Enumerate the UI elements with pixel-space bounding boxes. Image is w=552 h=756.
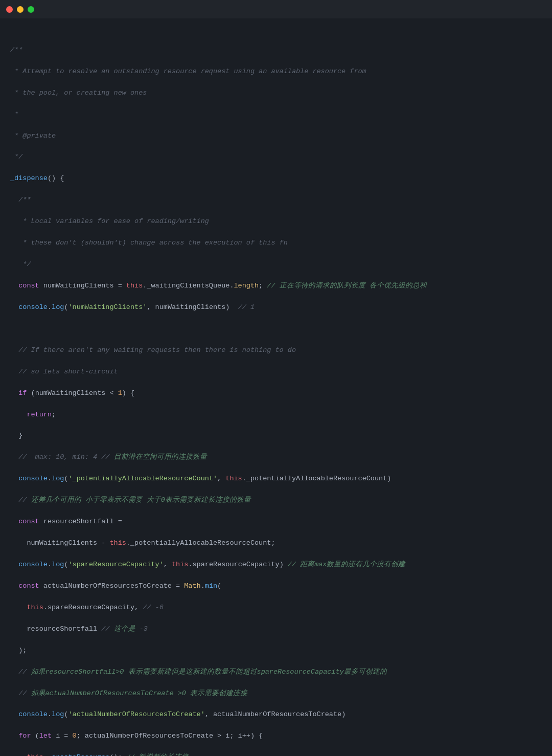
code-line: // 还差几个可用的 小于零表示不需要 大于0表示需要新建长连接的数量 xyxy=(0,495,552,506)
close-button[interactable] xyxy=(6,6,13,13)
code-line: const resourceShortfall = xyxy=(0,517,552,527)
code-line: numWaitingClients - this._potentiallyAll… xyxy=(0,538,552,549)
code-line: this._createResource(); // 新增新的长连接 xyxy=(0,752,552,756)
code-line: */ xyxy=(0,152,552,163)
code-content: /** * Attempt to resolve an outstanding … xyxy=(0,18,552,756)
code-line: return; xyxy=(0,410,552,420)
code-line: /** xyxy=(0,195,552,206)
code-line: // If there aren't any waiting requests … xyxy=(0,345,552,356)
minimize-button[interactable] xyxy=(17,6,24,13)
code-line: console.log('_potentiallyAllocableResour… xyxy=(0,474,552,484)
code-line: // 如果resourceShortfall>0 表示需要新建但是这新建的数量不… xyxy=(0,667,552,678)
code-line: * Attempt to resolve an outstanding reso… xyxy=(0,66,552,77)
code-line: */ xyxy=(0,259,552,270)
code-editor-window: /** * Attempt to resolve an outstanding … xyxy=(0,0,552,756)
code-line: * these don't (shouldn't) change across … xyxy=(0,238,552,249)
code-line: /** xyxy=(0,45,552,56)
code-line: const actualNumberOfResourcesToCreate = … xyxy=(0,581,552,592)
code-line: resourceShortfall // 这个是 -3 xyxy=(0,624,552,635)
code-line: * the pool, or creating new ones xyxy=(0,88,552,99)
code-line: } xyxy=(0,431,552,441)
code-line: _dispense() { xyxy=(0,173,552,184)
code-line: // max: 10, min: 4 // 目前潜在空闲可用的连接数量 xyxy=(0,452,552,463)
code-line: for (let i = 0; actualNumberOfResourcesT… xyxy=(0,731,552,742)
code-line: ); xyxy=(0,646,552,656)
code-line: * xyxy=(0,109,552,120)
code-line xyxy=(0,324,552,335)
code-line: * Local variables for ease of reading/wr… xyxy=(0,216,552,227)
code-line: console.log('numWaitingClients', numWait… xyxy=(0,302,552,313)
code-line: if (numWaitingClients < 1) { xyxy=(0,388,552,399)
maximize-button[interactable] xyxy=(28,6,34,13)
code-line: * @private xyxy=(0,131,552,142)
code-line: this.spareResourceCapacity, // -6 xyxy=(0,603,552,613)
code-line: // so lets short-circuit xyxy=(0,367,552,377)
code-line: const numWaitingClients = this._waitingC… xyxy=(0,281,552,292)
code-line: console.log('spareResourceCapacity', thi… xyxy=(0,560,552,570)
titlebar xyxy=(0,0,552,18)
code-line: // 如果actualNumberOfResourcesToCreate >0 … xyxy=(0,688,552,699)
code-line: console.log('actualNumberOfResourcesToCr… xyxy=(0,709,552,720)
